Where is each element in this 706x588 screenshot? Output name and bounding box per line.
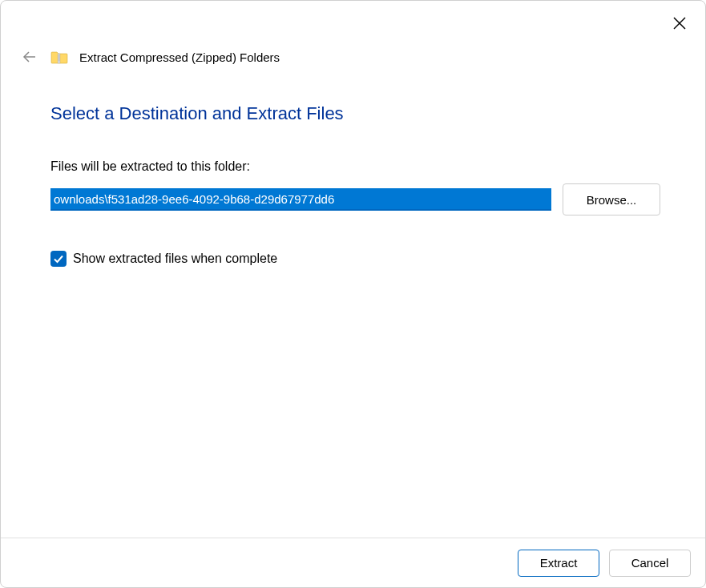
show-files-checkbox-label: Show extracted files when complete <box>73 252 277 266</box>
extract-button[interactable]: Extract <box>518 550 599 577</box>
folder-label: Files will be extracted to this folder: <box>50 159 662 174</box>
zipped-folder-icon <box>50 50 68 64</box>
wizard-title: Extract Compressed (Zipped) Folders <box>79 50 280 64</box>
wizard-header: Extract Compressed (Zipped) Folders <box>20 47 280 66</box>
browse-button[interactable]: Browse... <box>563 183 660 215</box>
destination-path-input[interactable] <box>50 188 551 211</box>
show-files-checkbox-row: Show extracted files when complete <box>50 251 662 267</box>
dialog-footer: Extract Cancel <box>1 538 705 587</box>
cancel-button[interactable]: Cancel <box>609 550 691 577</box>
close-icon <box>673 17 686 30</box>
page-heading: Select a Destination and Extract Files <box>50 103 662 124</box>
content-area: Select a Destination and Extract Files F… <box>50 103 662 267</box>
checkmark-icon <box>53 253 64 264</box>
back-button[interactable] <box>20 47 39 66</box>
close-button[interactable] <box>667 10 692 36</box>
show-files-checkbox[interactable] <box>50 251 67 267</box>
back-arrow-icon <box>22 49 38 65</box>
path-row: Browse... <box>50 183 662 215</box>
